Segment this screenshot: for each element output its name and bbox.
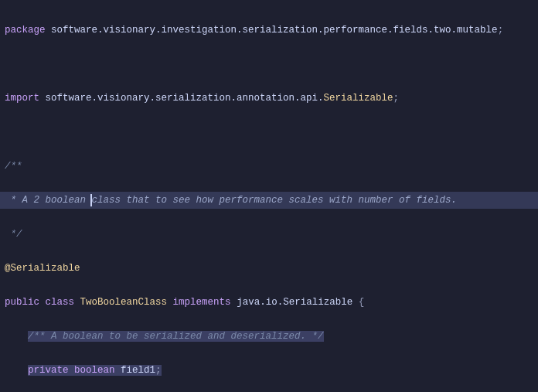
javadoc-line-current: * A 2 boolean class that to see how perf… xyxy=(0,192,538,209)
import-path: software.visionary.serialization.annotat… xyxy=(46,93,324,104)
keyword-package: package xyxy=(5,25,46,36)
code-line: /** A boolean to be serialized and deser… xyxy=(0,328,538,345)
javadoc-close: */ xyxy=(0,226,538,243)
javadoc-open: /** xyxy=(0,158,538,175)
text-cursor xyxy=(90,194,92,206)
class-decl: public class TwoBooleanClass implements … xyxy=(0,294,538,311)
code-editor[interactable]: package software.visionary.investigation… xyxy=(0,5,538,392)
keyword-import: import xyxy=(5,93,39,104)
code-line: package software.visionary.investigation… xyxy=(0,22,538,39)
blank-line xyxy=(0,56,538,73)
field-decl: private boolean field1; xyxy=(0,362,538,379)
field-doc: /** A boolean to be serialized and deser… xyxy=(28,331,324,342)
package-path: software.visionary.investigation.seriali… xyxy=(51,25,498,36)
annotation-serializable: @Serializable xyxy=(5,263,80,274)
annotation-line: @Serializable xyxy=(0,260,538,277)
import-class: Serializable xyxy=(324,93,393,104)
blank-line xyxy=(0,124,538,141)
code-line: import software.visionary.serialization.… xyxy=(0,90,538,107)
class-name: TwoBooleanClass xyxy=(80,297,168,308)
